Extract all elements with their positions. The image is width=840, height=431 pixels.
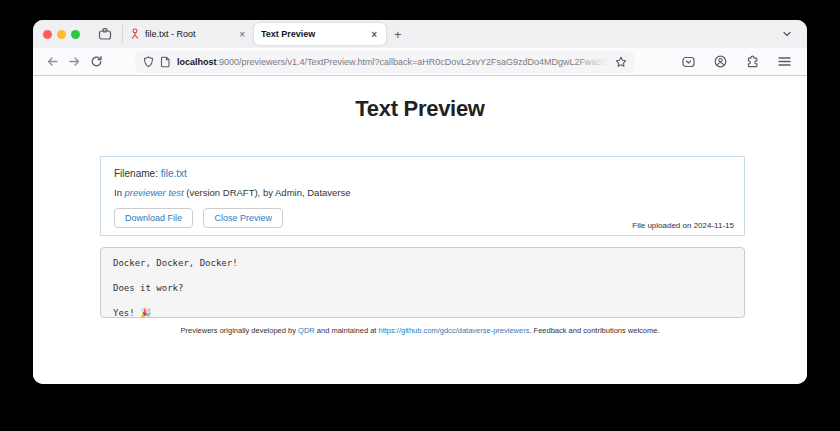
file-info-panel: Filename: file.txt In previewer test (ve…	[100, 156, 745, 236]
firefox-view-icon[interactable]	[98, 27, 112, 41]
tab-bar: file.txt - Root × Text Preview × +	[33, 20, 807, 48]
footer-text: and maintained at	[315, 326, 379, 335]
list-all-tabs-icon[interactable]	[781, 28, 793, 40]
download-file-button[interactable]: Download File	[114, 208, 193, 228]
tab-file-txt[interactable]: file.txt - Root ×	[122, 25, 254, 43]
dataset-suffix: (version DRAFT), by Admin, Dataverse	[184, 187, 351, 198]
forward-icon[interactable]	[63, 51, 85, 73]
filename-label: Filename:	[114, 168, 161, 179]
reload-icon[interactable]	[85, 51, 107, 73]
filename-line: Filename: file.txt	[114, 168, 731, 179]
tab-label: file.txt - Root	[145, 29, 237, 39]
new-tab-button[interactable]: +	[386, 27, 410, 42]
bookmark-star-icon[interactable]	[615, 56, 627, 68]
zoom-window-button[interactable]	[71, 30, 80, 39]
dataset-link[interactable]: previewer test	[125, 187, 184, 198]
url-path: :9000/previewers/v1.4/TextPreview.html?c…	[217, 57, 609, 67]
qdr-link[interactable]: QDR	[298, 326, 315, 335]
dataverse-favicon-icon	[130, 28, 140, 40]
menu-hamburger-icon[interactable]	[773, 51, 795, 73]
account-icon[interactable]	[709, 51, 731, 73]
toolbar-right-icons	[677, 51, 799, 73]
navigation-toolbar: localhost:9000/previewers/v1.4/TextPrevi…	[33, 48, 807, 76]
page-content: Text Preview Filename: file.txt In previ…	[33, 76, 807, 384]
close-preview-button[interactable]: Close Preview	[203, 208, 283, 228]
address-bar[interactable]: localhost:9000/previewers/v1.4/TextPrevi…	[135, 51, 635, 73]
tab-close-icon[interactable]: ×	[369, 29, 379, 40]
url-text: localhost:9000/previewers/v1.4/TextPrevi…	[177, 57, 609, 67]
page-title: Text Preview	[33, 76, 807, 122]
back-icon[interactable]	[41, 51, 63, 73]
filename-link[interactable]: file.txt	[161, 168, 187, 179]
window-controls	[43, 30, 80, 39]
tab-label: Text Preview	[261, 29, 369, 39]
file-content-preview: Docker, Docker, Docker! Does it work? Ye…	[100, 247, 745, 318]
tab-close-icon[interactable]: ×	[237, 29, 247, 40]
close-window-button[interactable]	[43, 30, 52, 39]
browser-window: file.txt - Root × Text Preview × +	[33, 20, 807, 384]
shield-icon[interactable]	[143, 56, 154, 68]
footer-text: . Feedback and contributions welcome.	[529, 326, 659, 335]
previewers-footer: Previewers originally developed by QDR a…	[33, 326, 807, 335]
extensions-puzzle-icon[interactable]	[741, 51, 763, 73]
minimize-window-button[interactable]	[57, 30, 66, 39]
pocket-save-icon[interactable]	[677, 51, 699, 73]
github-link[interactable]: https://github.com/gdcc/dataverse-previe…	[379, 326, 530, 335]
page-info-icon[interactable]	[160, 56, 171, 68]
url-host: localhost	[177, 57, 217, 67]
tab-text-preview[interactable]: Text Preview ×	[254, 23, 386, 45]
in-label: In	[114, 187, 125, 198]
upload-date-text: File uploaded on 2024-11-15	[632, 221, 734, 230]
dataset-line: In previewer test (version DRAFT), by Ad…	[114, 187, 731, 198]
footer-text: Previewers originally developed by	[180, 326, 298, 335]
